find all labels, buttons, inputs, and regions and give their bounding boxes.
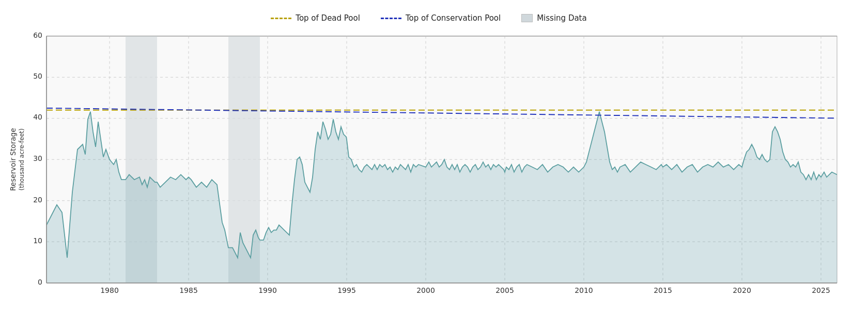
svg-text:10: 10: [33, 236, 42, 245]
dead-pool-label: Top of Dead Pool: [296, 13, 360, 23]
svg-text:1980: 1980: [100, 286, 119, 294]
svg-text:2010: 2010: [575, 286, 593, 294]
svg-text:1985: 1985: [179, 286, 198, 294]
chart-area: 0 10 20 30 40 50 60 Reservoir Storage (t…: [5, 31, 853, 316]
svg-text:50: 50: [33, 72, 42, 81]
missing-data-box-icon: [521, 14, 533, 22]
svg-text:20: 20: [33, 196, 42, 204]
legend-conservation-pool: Top of Conservation Pool: [381, 13, 501, 23]
svg-text:2025: 2025: [812, 286, 830, 294]
chart-svg: 0 10 20 30 40 50 60 Reservoir Storage (t…: [5, 31, 853, 316]
legend-dead-pool: Top of Dead Pool: [271, 13, 360, 23]
conservation-pool-label: Top of Conservation Pool: [406, 13, 501, 23]
chart-container: Top of Dead Pool Top of Conservation Poo…: [0, 0, 868, 326]
svg-text:2015: 2015: [654, 286, 672, 294]
svg-text:2020: 2020: [733, 286, 751, 294]
missing-data-label: Missing Data: [537, 13, 587, 23]
svg-text:40: 40: [33, 113, 42, 122]
svg-text:(thousand acre-feet): (thousand acre-feet): [18, 128, 25, 190]
svg-text:0: 0: [38, 278, 42, 286]
dead-pool-line-icon: [271, 18, 291, 19]
svg-text:Reservoir Storage: Reservoir Storage: [9, 128, 17, 191]
svg-text:30: 30: [33, 154, 42, 162]
conservation-pool-line-icon: [381, 18, 401, 19]
legend: Top of Dead Pool Top of Conservation Poo…: [5, 5, 853, 31]
svg-text:1990: 1990: [258, 286, 277, 294]
svg-text:2005: 2005: [495, 286, 514, 294]
legend-missing-data: Missing Data: [521, 13, 587, 23]
svg-text:60: 60: [33, 31, 42, 39]
svg-text:1995: 1995: [337, 286, 356, 294]
svg-text:2000: 2000: [416, 286, 435, 294]
